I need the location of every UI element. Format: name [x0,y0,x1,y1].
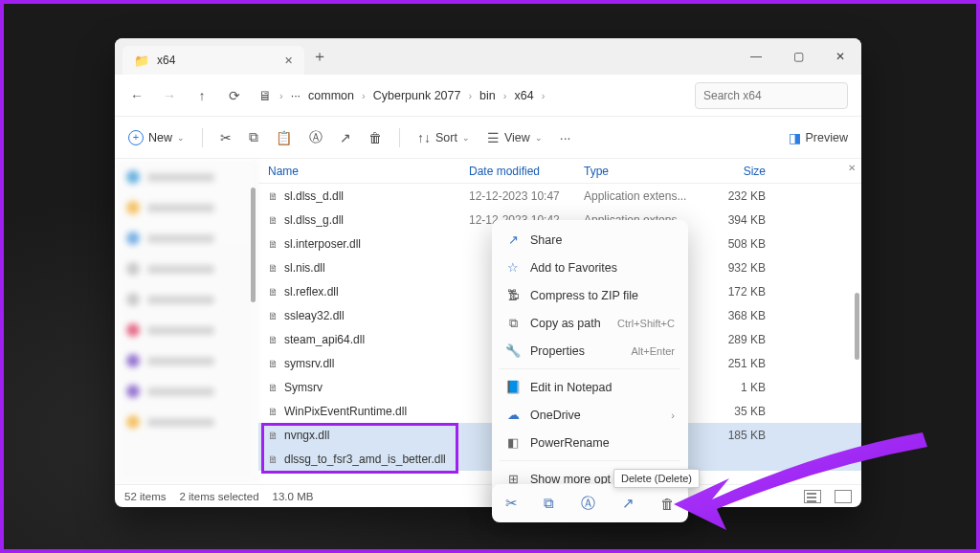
view-button[interactable]: ☰ View ⌄ [487,130,543,145]
chevron-right-icon: › [362,90,366,101]
sidebar-item[interactable] [119,411,254,432]
details-view-icon[interactable] [804,490,821,503]
file-name: dlssg_to_fsr3_amd_is_better.dll [284,453,446,466]
view-label: View [504,131,530,144]
ctx-powerrename[interactable]: ◧ PowerRename [492,429,688,456]
sidebar-dot-icon [126,262,140,276]
context-actions-bar: ✂ ⧉ Ⓐ ↗ 🗑 [492,484,688,522]
sort-icon: ↑↓ [417,130,431,145]
crumb-overflow[interactable]: ··· [291,89,301,102]
preview-button[interactable]: ◨ Preview [789,130,848,145]
file-name: steam_api64.dll [284,333,365,346]
file-name: sl.dlss_g.dll [284,213,344,227]
sidebar-item[interactable] [119,381,254,402]
scrollbar-thumb[interactable] [251,188,256,302]
file-size: 368 KB [699,309,766,322]
ctx-copy-path[interactable]: ⧉ Copy as path Ctrl+Shift+C [492,309,688,337]
tab-title: x64 [157,54,175,67]
file-name: sl.dlss_d.dll [284,189,344,203]
sidebar-item[interactable] [119,166,254,188]
close-tab-icon[interactable]: ✕ [284,55,293,67]
copy-icon[interactable]: ⧉ [249,129,258,145]
status-selected: 2 items selected [179,491,258,502]
star-icon: ☆ [505,260,521,275]
separator [500,368,680,369]
column-headers[interactable]: Name Date modified Type Size ✕ [258,159,861,184]
sidebar-item-label [147,234,214,243]
share-icon[interactable]: ↗ [622,495,635,512]
sidebar-item[interactable] [119,350,254,371]
paste-icon[interactable]: 📋 [276,130,292,145]
crumb-x64[interactable]: x64 [514,89,533,102]
zip-icon: 🗜 [505,288,521,302]
col-name[interactable]: Name [268,165,469,178]
scrollbar-thumb[interactable] [855,293,859,360]
ctx-share-label: Share [530,233,562,247]
table-row[interactable]: 🗎sl.dlss_d.dll12-12-2023 10:47Applicatio… [258,184,861,208]
chevron-down-icon: ⌄ [535,133,543,143]
sidebar-item-label [147,296,214,304]
file-type: Application extens... [584,189,699,203]
sidebar-item[interactable] [119,320,254,341]
new-button[interactable]: + New ⌄ [128,130,185,145]
sidebar-item[interactable] [119,228,254,249]
ctx-compress[interactable]: 🗜 Compress to ZIP file [492,281,688,309]
large-icons-view-icon[interactable] [835,490,852,503]
file-icon: 🗎 [268,334,278,345]
col-size[interactable]: Size [699,165,766,178]
delete-icon[interactable]: 🗑 [368,130,382,145]
crumb-common[interactable]: common [308,89,354,102]
sidebar-dot-icon [126,201,140,214]
file-icon: 🗎 [268,190,278,202]
ctx-edit-notepad[interactable]: 📘 Edit in Notepad [492,373,688,401]
minimize-button[interactable]: — [735,38,777,75]
sidebar-item[interactable] [119,197,254,218]
copy-icon[interactable]: ⧉ [544,495,554,512]
ctx-onedrive[interactable]: ☁ OneDrive › [492,401,688,429]
ctx-favorites[interactable]: ☆ Add to Favorites [492,254,688,281]
nav-sidebar[interactable] [115,159,258,484]
search-input[interactable] [695,82,848,109]
cut-icon[interactable]: ✂ [220,130,232,145]
more-button[interactable]: ··· [560,130,571,145]
file-size: 251 KB [699,357,766,370]
file-size: 932 KB [699,261,766,275]
copy-path-icon: ⧉ [505,316,521,331]
close-preview-icon[interactable]: ✕ [848,163,856,173]
sidebar-item-label [147,357,214,365]
status-count: 52 items [124,491,166,502]
ctx-share[interactable]: ↗ Share [492,226,688,254]
sort-button[interactable]: ↑↓ Sort ⌄ [417,130,470,145]
col-type[interactable]: Type [584,165,699,178]
col-date[interactable]: Date modified [469,165,584,178]
close-button[interactable]: ✕ [819,38,861,75]
ctx-onedrive-label: OneDrive [530,409,581,422]
file-name: sl.interposer.dll [284,237,361,251]
new-tab-button[interactable]: ＋ [312,47,327,67]
ctx-notepad-label: Edit in Notepad [530,381,612,394]
share-icon[interactable]: ↗ [340,130,351,145]
ctx-properties[interactable]: 🔧 Properties Alt+Enter [492,337,688,365]
cut-icon[interactable]: ✂ [505,495,518,512]
delete-icon[interactable]: 🗑 [660,496,675,512]
tab-x64[interactable]: 📁 x64 ✕ [122,46,304,75]
file-date: 12-12-2023 10:47 [469,189,584,203]
crumb-bin[interactable]: bin [479,89,496,102]
rename-icon[interactable]: Ⓐ [581,495,595,513]
crumb-cyberpunk[interactable]: Cyberpunk 2077 [373,89,461,102]
ctx-copypath-shortcut: Ctrl+Shift+C [617,318,675,329]
up-button[interactable]: ↑ [193,88,211,103]
rename-icon[interactable]: Ⓐ [309,129,323,146]
breadcrumb[interactable]: 🖥 › ··· common › Cyberpunk 2077 › bin › … [258,88,679,103]
forward-button[interactable]: → [161,88,178,103]
back-button[interactable]: ← [128,88,145,103]
folder-icon: 📁 [134,54,149,68]
sidebar-item[interactable] [119,289,254,310]
view-icon: ☰ [487,130,500,145]
sidebar-item[interactable] [119,258,254,279]
this-pc-icon[interactable]: 🖥 [258,88,272,103]
maximize-button[interactable]: ▢ [777,38,819,75]
sidebar-dot-icon [126,170,140,184]
refresh-button[interactable]: ⟳ [226,88,243,103]
sidebar-item-label [147,265,214,274]
